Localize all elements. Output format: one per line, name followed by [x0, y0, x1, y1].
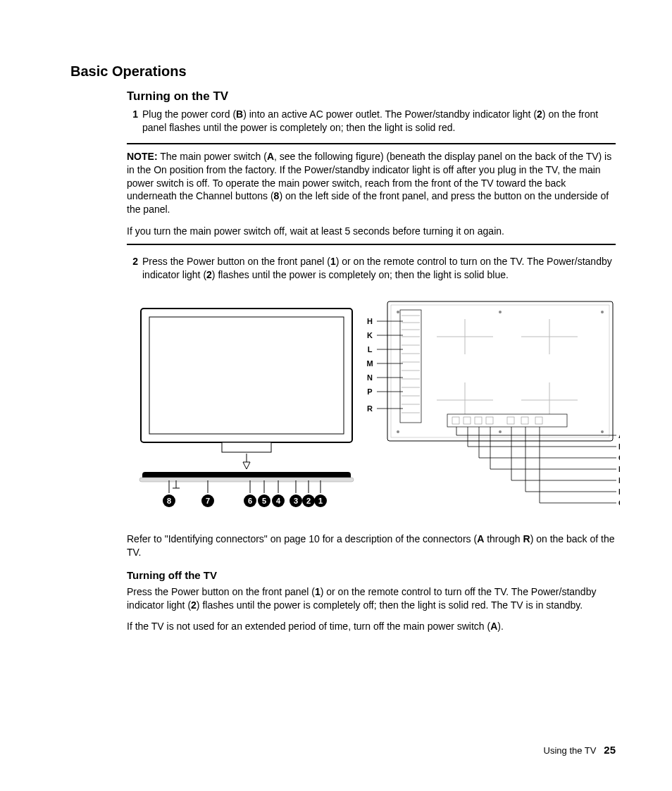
text: If the TV is not used for an extended pe…: [127, 621, 490, 632]
diagram-label-c: C: [618, 454, 620, 462]
refer-paragraph: Refer to "Identifying connectors" on pag…: [127, 532, 616, 559]
text: through: [484, 533, 523, 544]
svg-text:1: 1: [318, 497, 323, 505]
section-heading: Basic Operations: [70, 63, 616, 80]
note-paragraph-2: If you turn the main power switch off, w…: [127, 225, 616, 238]
subsection-heading: Turning on the TV: [127, 89, 616, 104]
svg-text:7: 7: [206, 497, 210, 505]
page-footer: Using the TV 25: [544, 744, 616, 756]
callout-a: A: [267, 151, 274, 162]
text: Press the Power button on the front pane…: [127, 586, 315, 597]
text: Plug the power cord (: [142, 108, 236, 120]
callout-2: 2: [537, 108, 542, 120]
svg-point-29: [601, 311, 604, 313]
diagram-label-e: E: [618, 476, 620, 485]
step-number: 1: [127, 108, 138, 135]
step-1: 1 Plug the power cord (B) into an active…: [127, 108, 616, 135]
text: ) into an active AC power outlet. The Po…: [243, 108, 537, 120]
svg-text:2: 2: [306, 497, 311, 505]
diagram-label-a: A: [618, 431, 620, 440]
svg-text:3: 3: [294, 497, 298, 505]
diagram-label-k: K: [367, 331, 373, 340]
off-paragraph-1: Press the Power button on the front pane…: [127, 585, 616, 612]
callout-1: 1: [315, 586, 321, 597]
page-number: 25: [604, 744, 616, 756]
diagram-label-b: B: [618, 442, 620, 451]
svg-rect-41: [400, 310, 421, 423]
diagram-label-l: L: [368, 345, 373, 354]
text: The main power switch (: [158, 151, 267, 162]
svg-rect-6: [139, 478, 354, 482]
svg-point-31: [499, 430, 502, 433]
diagram-label-f: F: [618, 487, 620, 496]
diagram-label-n: N: [367, 373, 373, 382]
note-paragraph-1: NOTE: The main power switch (A, see the …: [127, 150, 616, 216]
text: ) flashes until the power is completely …: [197, 599, 583, 611]
note-label: NOTE:: [127, 151, 158, 162]
step-text: Press the Power button on the front pane…: [142, 255, 616, 282]
callout-a: A: [490, 621, 497, 632]
diagram-label-p: P: [367, 387, 372, 396]
diagram-label-g: G: [618, 499, 620, 507]
diagram-label-r: R: [367, 404, 373, 413]
callout-r: R: [523, 533, 530, 544]
svg-point-27: [397, 311, 399, 313]
svg-rect-0: [141, 309, 352, 442]
text: ).: [497, 621, 504, 632]
tv-diagram: 87654321: [127, 294, 616, 520]
svg-text:8: 8: [167, 497, 171, 505]
svg-text:6: 6: [248, 497, 252, 505]
svg-text:4: 4: [276, 497, 281, 505]
text: Press the Power button on the front pane…: [142, 256, 330, 267]
svg-rect-2: [222, 442, 271, 452]
callout-a: A: [477, 533, 484, 544]
text: ) flashes until the power is completely …: [212, 269, 509, 280]
diagram-label-m: M: [366, 359, 373, 368]
svg-point-28: [499, 311, 502, 313]
svg-point-30: [397, 430, 399, 433]
diagram-label-d: D: [618, 465, 620, 473]
step-2: 2 Press the Power button on the front pa…: [127, 255, 616, 282]
step-number: 2: [127, 255, 138, 282]
off-paragraph-2: If the TV is not used for an extended pe…: [127, 620, 616, 633]
step-text: Plug the power cord (B) into an active A…: [142, 108, 616, 135]
callout-1: 1: [330, 256, 336, 267]
callout-b: B: [236, 108, 243, 120]
footer-section: Using the TV: [544, 745, 597, 756]
note-box: NOTE: The main power switch (A, see the …: [127, 143, 616, 245]
svg-point-32: [601, 430, 604, 433]
svg-rect-1: [149, 317, 344, 434]
svg-text:5: 5: [262, 497, 266, 505]
text: Refer to "Identifying connectors" on pag…: [127, 533, 477, 544]
callout-2: 2: [191, 599, 197, 611]
svg-marker-4: [243, 462, 250, 469]
subheading-turning-off: Turning off the TV: [127, 569, 616, 581]
diagram-label-h: H: [367, 317, 373, 325]
callout-2: 2: [206, 269, 212, 280]
